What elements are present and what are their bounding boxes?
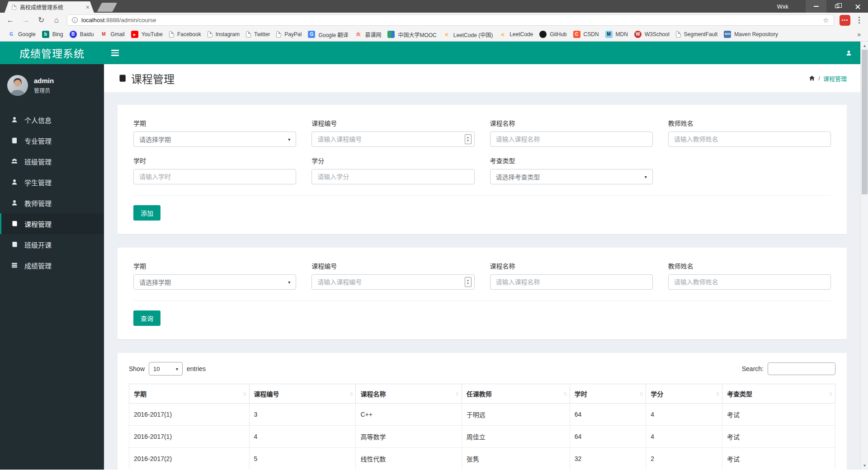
table-search-input[interactable] <box>768 362 835 375</box>
app-navbar: 成绩管理系统 <box>0 42 860 64</box>
bookmark-item[interactable]: < LeetCode (中国) <box>440 29 496 40</box>
query-button[interactable]: 查询 <box>133 310 160 326</box>
bookmark-item[interactable]: MVN Maven Repository <box>721 29 781 39</box>
cell-teacher: 于明远 <box>462 404 570 426</box>
close-button[interactable] <box>847 0 868 13</box>
chevron-down-icon: ▾ <box>288 280 290 285</box>
page-size-select[interactable]: 10▾ <box>149 362 183 376</box>
column-header[interactable]: 课程编号 ↑↓ <box>249 384 356 404</box>
sidebar-menu-item[interactable]: 成绩管理 <box>0 255 104 276</box>
bookmark-label: W3School <box>645 31 670 38</box>
menu-item-label: 课程管理 <box>24 219 52 229</box>
bookmark-label: LeetCode (中国) <box>453 31 493 38</box>
bookmark-item[interactable]: Facebook <box>166 30 204 39</box>
bookmark-item[interactable]: 中国大学MOOC <box>384 29 439 40</box>
bookmark-item[interactable]: C CSDN <box>570 29 602 39</box>
bookmark-star-icon[interactable]: ☆ <box>823 16 829 24</box>
browser-profile-button[interactable]: Wxk <box>777 3 788 10</box>
menu-item-icon <box>11 262 18 269</box>
number-input[interactable] <box>311 132 474 147</box>
tab-close-icon[interactable]: × <box>86 4 90 11</box>
column-header[interactable]: 学期 ↑↓ <box>129 384 250 404</box>
number-spinner[interactable]: ▲▼ <box>465 134 472 144</box>
number-spinner[interactable]: ▲▼ <box>465 277 472 287</box>
menu-item-label: 个人信息 <box>24 115 52 125</box>
restore-button[interactable] <box>826 0 847 13</box>
sidebar-menu-item[interactable]: 学生管理 <box>0 172 104 193</box>
home-button[interactable]: ⌂ <box>52 16 61 25</box>
cell-code: 5 <box>249 448 356 470</box>
sidebar-menu-item[interactable]: 班级管理 <box>0 151 104 172</box>
bookmark-item[interactable]: B Baidu <box>66 29 97 39</box>
bookmark-item[interactable]: M Gmail <box>97 29 127 39</box>
scrollbar-up-icon[interactable]: ▲ <box>861 42 868 50</box>
column-header[interactable]: 课程名称 ↑↓ <box>356 384 462 404</box>
text-input[interactable] <box>133 169 296 184</box>
form-field: 学时 <box>133 156 296 184</box>
select-field[interactable]: 请选择学期▾ <box>133 132 296 147</box>
page-scrollbar[interactable]: ▲ ▼ <box>860 42 868 470</box>
bookmark-item[interactable]: b Bing <box>39 29 66 39</box>
navbar-user-button[interactable] <box>837 42 860 64</box>
breadcrumb: / 课程管理 <box>809 74 847 83</box>
menu-item-icon <box>11 241 18 248</box>
app-brand[interactable]: 成绩管理系统 <box>0 42 104 64</box>
back-button[interactable]: ← <box>5 16 15 25</box>
scrollbar-down-icon[interactable]: ▼ <box>861 462 868 470</box>
breadcrumb-current[interactable]: 课程管理 <box>823 74 847 83</box>
sidebar-menu-item[interactable]: 教师管理 <box>0 193 104 213</box>
reload-button[interactable]: ↻ <box>36 15 46 25</box>
scrollbar-thumb[interactable] <box>862 50 868 194</box>
extension-icon[interactable] <box>840 15 850 26</box>
bookmark-favicon <box>539 31 547 38</box>
new-tab-button[interactable] <box>97 3 118 12</box>
address-bar[interactable]: i localhost:8888/admin/course ☆ <box>67 14 834 26</box>
bookmark-item[interactable]: GitHub <box>536 29 570 39</box>
menu-item-label: 教师管理 <box>24 198 52 208</box>
sidebar-menu-item[interactable]: 班级开课 <box>0 234 104 255</box>
bookmark-item[interactable]: G Google 翻译 <box>305 29 351 40</box>
text-input[interactable] <box>490 132 653 147</box>
column-header[interactable]: 学时 ↑↓ <box>570 384 646 404</box>
bookmark-item[interactable]: SegmentFault <box>673 30 721 39</box>
field-label: 考查类型 <box>490 156 653 165</box>
browser-tab[interactable]: 高校成绩管理系统 × <box>5 1 94 13</box>
forward-button[interactable]: → <box>21 16 31 25</box>
minimize-icon <box>814 6 819 7</box>
chevron-down-icon: ▾ <box>176 367 178 371</box>
home-icon[interactable] <box>809 75 815 81</box>
bookmark-item[interactable]: ▶ YouTube <box>128 29 166 39</box>
bookmark-item[interactable]: < LeetCode <box>496 29 536 39</box>
number-input[interactable] <box>311 274 474 290</box>
bookmark-item[interactable]: Instagram <box>204 30 243 39</box>
bookmark-item[interactable]: 火 慕课网 <box>351 29 384 40</box>
page-info-icon[interactable]: i <box>72 17 78 23</box>
text-input[interactable] <box>668 274 831 290</box>
sidebar-menu-item[interactable]: 课程管理 <box>0 213 104 234</box>
bookmark-item[interactable]: Twitter <box>243 30 273 39</box>
column-header[interactable]: 任课教师 ↑↓ <box>462 384 570 404</box>
text-input[interactable] <box>490 274 653 290</box>
bookmark-label: Instagram <box>216 31 240 38</box>
bookmark-item[interactable]: M MDN <box>602 29 631 39</box>
bookmarks-overflow-chevron[interactable]: » <box>854 31 863 38</box>
column-header[interactable]: 学分 ↑↓ <box>646 384 722 404</box>
select-field[interactable]: 请选择学期▾ <box>133 274 296 290</box>
bookmark-favicon: B <box>70 31 77 38</box>
bookmark-item[interactable]: G Google <box>5 29 39 39</box>
entries-label: entries <box>187 365 206 372</box>
column-header[interactable]: 考查类型 ↑↓ <box>722 384 835 404</box>
bookmark-item[interactable]: PayPal <box>273 30 305 39</box>
field-label: 课程名称 <box>490 118 653 127</box>
browser-menu-icon[interactable] <box>856 17 863 24</box>
sidebar-toggle-icon[interactable] <box>104 42 126 64</box>
bookmark-item[interactable]: W W3School <box>631 29 673 39</box>
sidebar-menu-item[interactable]: 专业管理 <box>0 130 104 151</box>
minimize-button[interactable] <box>806 0 826 13</box>
bookmark-favicon: G <box>8 31 15 38</box>
sidebar-menu-item[interactable]: 个人信息 <box>0 109 104 130</box>
text-input[interactable] <box>668 132 831 147</box>
add-button[interactable]: 添加 <box>133 205 160 221</box>
select-field[interactable]: 请选择考查类型▾ <box>490 169 653 184</box>
text-input[interactable] <box>311 169 474 184</box>
